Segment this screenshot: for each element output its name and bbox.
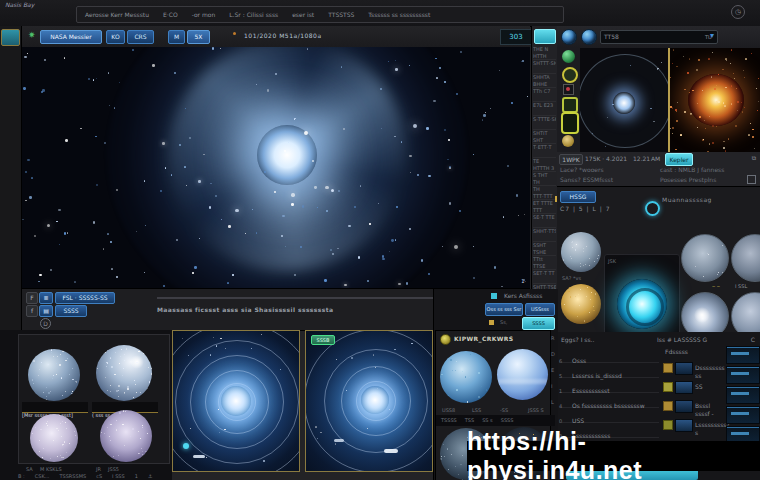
- strip-chip[interactable]: SSSS: [501, 417, 514, 424]
- viewport-toolbar: ✷ NASA Messier KO CRS M 5X 101/2020 M51a…: [22, 26, 530, 48]
- orbital-panel-left[interactable]: [172, 330, 300, 472]
- orbital-center-glow: [221, 386, 251, 416]
- viewer-tool-rail: [557, 48, 581, 152]
- record-tool-icon[interactable]: [563, 84, 574, 95]
- glitter-sphere-1[interactable]: [28, 349, 80, 401]
- icon-row-3[interactable]: Bsssl ssssf -: [663, 398, 725, 416]
- queue-button-2[interactable]: [726, 366, 760, 384]
- coords-readout: 303: [500, 29, 532, 45]
- star-icon[interactable]: ✷: [28, 30, 36, 40]
- globe-2-icon[interactable]: [581, 29, 597, 45]
- planets-action-button-2[interactable]: USSsss: [525, 303, 555, 316]
- orbital-tag-chip[interactable]: SSSB: [311, 335, 335, 345]
- status-item: 1: [135, 473, 138, 480]
- search-bar[interactable]: TT58 ▾: [600, 30, 718, 44]
- cluster-thumb-1[interactable]: [561, 232, 601, 272]
- list-row[interactable]: 4 Os fsssssssss bsssssssw: [559, 393, 659, 408]
- strip-chip[interactable]: SS s: [482, 417, 493, 424]
- list-row[interactable]: 0 USS: [559, 408, 659, 423]
- ko-button[interactable]: KO: [106, 30, 125, 44]
- strip-row: SSHT TSHE: [533, 242, 556, 256]
- status-item[interactable]: CSK...: [35, 473, 50, 480]
- planet-thumb-neptune[interactable]: [497, 349, 548, 400]
- menu-item-view[interactable]: -or mon: [192, 11, 216, 19]
- grid-chip-icon[interactable]: ≣: [39, 292, 53, 304]
- side-letter: I: [551, 383, 558, 399]
- menu-item-file[interactable]: Aerosse Kerr Messstu: [85, 11, 149, 19]
- planet-circle-1[interactable]: [681, 234, 729, 282]
- m-button[interactable]: M: [168, 30, 185, 44]
- range-end-label: 12.21: [633, 155, 650, 163]
- comet-streak: [193, 455, 205, 458]
- divider-dashes: ‒ ‒: [712, 283, 720, 290]
- galaxy-viewport[interactable]: 1·: [22, 47, 530, 289]
- strip-row: TH TTT·TTT: [533, 186, 556, 200]
- viewport-scale-label: 1·: [521, 278, 526, 285]
- crop-tool-icon[interactable]: [562, 97, 578, 113]
- draft-circle-icon[interactable]: D: [40, 318, 51, 329]
- zoom-5x-button[interactable]: 5X: [187, 30, 210, 44]
- ssss-tag[interactable]: SSSS: [55, 305, 87, 317]
- menu-item-window[interactable]: TTSSTSS: [328, 11, 354, 19]
- catalog-button[interactable]: NASA Messier: [40, 30, 102, 44]
- clock-icon[interactable]: ◷: [731, 5, 745, 19]
- menu-item-edit[interactable]: E·CO: [163, 11, 178, 19]
- list-row[interactable]: 1 Esssssssssst: [559, 378, 659, 393]
- list-row[interactable]: 6 Osss: [559, 348, 659, 363]
- strip-row: SE·T TTE: [533, 214, 556, 228]
- crs-button[interactable]: CRS: [127, 30, 154, 44]
- planets-cyan-button[interactable]: SSSS: [522, 317, 555, 330]
- rows-chip-icon[interactable]: ▤: [39, 305, 53, 317]
- side-letter: E: [551, 367, 558, 383]
- expand-icon[interactable]: ⧉: [752, 154, 756, 162]
- anchor-icon[interactable]: ⚓: [148, 473, 152, 480]
- planet-circle-2[interactable]: [731, 234, 760, 282]
- target-circle-icon[interactable]: [562, 67, 578, 83]
- wpk-chip[interactable]: 1WPK: [559, 154, 583, 165]
- list-header-c[interactable]: C: [751, 336, 755, 344]
- green-sphere-icon[interactable]: [562, 50, 575, 63]
- filter-chip-icon[interactable]: F: [26, 292, 38, 304]
- queue-button-1[interactable]: [726, 346, 760, 364]
- orange-galaxy-preview[interactable]: [668, 48, 760, 152]
- strip-chip[interactable]: TSS: [465, 417, 474, 424]
- gold-dot-icon: [489, 320, 494, 325]
- queue-button-4[interactable]: [726, 406, 760, 424]
- gold-square-icon: [663, 401, 673, 411]
- left-rail-tool-button[interactable]: [1, 29, 20, 46]
- glitter-sphere-3[interactable]: [30, 414, 78, 462]
- gold-coin-icon[interactable]: [562, 135, 574, 147]
- menu-item-tools[interactable]: eser ist: [292, 11, 314, 19]
- strip-chip[interactable]: TSSSS: [441, 417, 457, 424]
- planets-action-button-1[interactable]: Oss ss sss Ssr: [485, 303, 523, 316]
- queue-button-3[interactable]: [726, 386, 760, 404]
- planet-thumb-blue-marble[interactable]: [440, 351, 492, 403]
- am-label: AM: [651, 155, 660, 163]
- frame-icon[interactable]: [747, 175, 756, 184]
- strip-display-button[interactable]: [534, 29, 556, 44]
- timeline-slider[interactable]: [157, 297, 447, 299]
- selection-tool-icon[interactable]: [561, 112, 579, 134]
- orbital-panel-right[interactable]: SSSB: [305, 330, 433, 472]
- strip-row: S·TTTE·SHE: [533, 116, 556, 130]
- glitter-sphere-4[interactable]: [100, 410, 152, 462]
- mid-header-button[interactable]: HSSG: [560, 191, 596, 203]
- menu-item-help[interactable]: Tssssss ss ssssssssst: [368, 11, 430, 19]
- globe-icon[interactable]: [561, 29, 577, 45]
- layers-chip-icon[interactable]: f: [26, 305, 38, 317]
- list-row[interactable]: 5 Lsssrss is_disssd: [559, 363, 659, 378]
- kepler-button[interactable]: Kepler: [665, 153, 693, 166]
- menu-item-catalog[interactable]: L.Sr : Cilissi ssss: [229, 11, 278, 19]
- status-item[interactable]: TSSRSSMS: [59, 473, 86, 480]
- glitter-sphere-2[interactable]: [96, 345, 152, 401]
- strip-row: SHHTA BHHE: [533, 74, 556, 88]
- cyan-ring-icon[interactable]: [645, 201, 660, 216]
- blue-star-preview[interactable]: [580, 48, 668, 152]
- icon-row-1[interactable]: Dssssssss ss: [663, 360, 725, 378]
- planets-note: Kers Asfissss: [504, 292, 542, 300]
- cyan-micro-icon[interactable]: [491, 293, 497, 299]
- cyan-eye-image: [617, 279, 667, 329]
- cluster-thumb-2[interactable]: [561, 284, 601, 324]
- fsl-tag[interactable]: FSL · SSSSS-SS: [55, 292, 115, 304]
- icon-row-2[interactable]: SS: [663, 379, 725, 397]
